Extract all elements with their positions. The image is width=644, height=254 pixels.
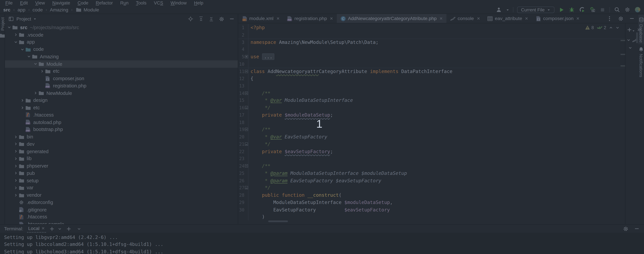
fold-minus-icon[interactable]	[244, 128, 248, 131]
tab-composer-json[interactable]: {}composer.json	[532, 14, 584, 23]
fold-minus-icon[interactable]	[244, 164, 248, 168]
breadcrumb-item-app[interactable]: app	[18, 7, 26, 12]
chevron-right-icon[interactable]	[14, 142, 18, 146]
tree-item--vscode[interactable]: .vscode	[5, 31, 238, 38]
menu-run[interactable]: Run	[116, 0, 132, 6]
tree-item-etc[interactable]: etc	[5, 68, 238, 75]
tree-item-design[interactable]: design	[5, 97, 238, 104]
horizontal-scrollbar-thumb[interactable]	[268, 220, 288, 222]
chevron-down-icon[interactable]	[34, 62, 37, 66]
gear-icon[interactable]	[622, 225, 629, 232]
fold-minus-icon[interactable]	[244, 92, 248, 95]
inspections-widget[interactable]: 8 2	[585, 25, 619, 30]
tool-window-project-button[interactable]: Project	[0, 16, 4, 40]
settings-button[interactable]	[624, 6, 630, 13]
gear-icon[interactable]	[617, 15, 624, 22]
chevron-down-icon[interactable]	[76, 225, 82, 232]
add-button[interactable]	[627, 26, 632, 33]
minus-icon[interactable]	[628, 15, 635, 22]
new-tab-plus-icon[interactable]	[66, 225, 72, 232]
run-button[interactable]	[558, 6, 565, 13]
tree-item--editorconfig[interactable]: .editorconfig	[5, 199, 238, 206]
editor-scrollbar[interactable]	[622, 30, 624, 76]
tree-item-app[interactable]: app	[5, 38, 238, 46]
chevron-right-icon[interactable]	[34, 91, 37, 95]
tree-item-autoload-php[interactable]: PHPautoload.php	[5, 118, 238, 126]
collapse-all-icon[interactable]	[198, 16, 204, 22]
tree-item-generated[interactable]: generated	[5, 148, 238, 155]
tree-item-bootstrap-php[interactable]: PHPbootstrap.php	[5, 126, 238, 133]
minus-icon[interactable]	[228, 16, 235, 22]
fold-end-icon[interactable]	[244, 186, 248, 190]
chevron-right-icon[interactable]	[14, 33, 18, 36]
breadcrumb-item-code[interactable]: code	[32, 7, 43, 12]
profile-button[interactable]	[496, 6, 502, 13]
tree-item-lib[interactable]: lib	[5, 155, 238, 162]
tree-item-registration-php[interactable]: PHPregistration.php	[5, 82, 238, 90]
menu-help[interactable]: Help	[190, 0, 207, 6]
minus-icon[interactable]	[634, 225, 640, 232]
tree-item--htaccess-sample[interactable]: .htaccess.sample	[5, 220, 238, 224]
breadcrumb-item-module[interactable]: Module	[75, 6, 99, 13]
profiler-button[interactable]	[589, 6, 596, 13]
tree-item-amazing[interactable]: Amazing	[5, 53, 238, 60]
tree-item-newmodule[interactable]: NewModule	[5, 90, 238, 97]
menu-view[interactable]: View	[32, 0, 48, 6]
chevron-right-icon[interactable]	[20, 106, 24, 110]
run-config-selector[interactable]: Current File	[517, 6, 554, 13]
expand-all-icon[interactable]	[208, 16, 214, 22]
menu-vcs[interactable]: VCS	[150, 0, 167, 6]
menu-tools[interactable]: Tools	[132, 0, 150, 6]
run-coverage-button[interactable]	[579, 6, 585, 13]
close-icon[interactable]	[276, 17, 280, 20]
menu-code[interactable]: Code	[74, 0, 92, 6]
tool-window-notifications-button[interactable]: Notifications	[638, 44, 644, 79]
tab-eav-attribute[interactable]: eav_attribute	[484, 14, 532, 23]
database-scrollbar-thumb[interactable]	[636, 32, 638, 43]
tree-item-var[interactable]: var	[5, 184, 238, 192]
tree-item-composer-json[interactable]: {}composer.json	[5, 75, 238, 82]
fold-plus-icon[interactable]	[244, 55, 248, 58]
close-icon[interactable]	[525, 17, 528, 20]
tree-item-setup[interactable]: setup	[5, 177, 238, 184]
chevron-right-icon[interactable]	[14, 164, 18, 168]
tree-item-phpserver[interactable]: phpserver	[5, 162, 238, 170]
more-icon[interactable]	[606, 15, 613, 22]
collapse-node-icon[interactable]	[627, 36, 630, 43]
chevron-down-icon[interactable]	[8, 26, 11, 29]
tree-item-pub[interactable]: pub	[5, 170, 238, 177]
tab-registration-php[interactable]: PHPregistration.php	[283, 14, 337, 23]
search-everywhere-button[interactable]	[614, 6, 620, 13]
tree-item--htaccess[interactable]: .htaccess	[5, 111, 238, 118]
menu-file[interactable]: File	[2, 0, 16, 6]
fold-minus-icon[interactable]	[244, 70, 248, 73]
close-icon[interactable]	[576, 17, 580, 20]
breadcrumb-item-src[interactable]: src	[3, 7, 10, 12]
stop-button[interactable]	[599, 6, 606, 13]
menu-navigate[interactable]: Navigate	[49, 0, 74, 6]
prev-problem-button[interactable]	[609, 26, 613, 29]
tree-item-etc[interactable]: etc	[5, 104, 238, 111]
chevron-right-icon[interactable]	[20, 98, 24, 102]
tree-item-bin[interactable]: bin	[5, 133, 238, 140]
locate-icon[interactable]	[187, 16, 194, 22]
tab-addnewcategoryattrcategoryattribute-php[interactable]: CAddNewcategoryattrCategoryAttribute.php	[337, 14, 446, 23]
tree-item--gitignore[interactable]: .gitignore	[5, 206, 238, 213]
menu-edit[interactable]: Edit	[16, 0, 32, 6]
code-editor[interactable]: 1<?php23namespace Amazing\NewModule\Setu…	[238, 23, 625, 224]
chevron-right-icon[interactable]	[40, 70, 44, 73]
database-tree-row[interactable]	[626, 43, 638, 51]
gear-icon[interactable]	[218, 16, 225, 22]
chevron-down-icon[interactable]	[20, 48, 24, 51]
tree-item-module[interactable]: Module	[5, 60, 238, 68]
close-icon[interactable]	[477, 17, 480, 20]
chevron-right-icon[interactable]	[14, 157, 18, 160]
chevron-right-icon[interactable]	[14, 193, 18, 197]
expand-button[interactable]	[637, 26, 641, 33]
debug-button[interactable]	[568, 6, 575, 13]
chevron-right-icon[interactable]	[14, 186, 18, 190]
chevron-down-icon[interactable]	[33, 17, 36, 20]
chevron-right-icon[interactable]	[14, 135, 18, 138]
close-icon[interactable]	[330, 17, 333, 20]
project-panel-title[interactable]: Project	[16, 16, 31, 21]
